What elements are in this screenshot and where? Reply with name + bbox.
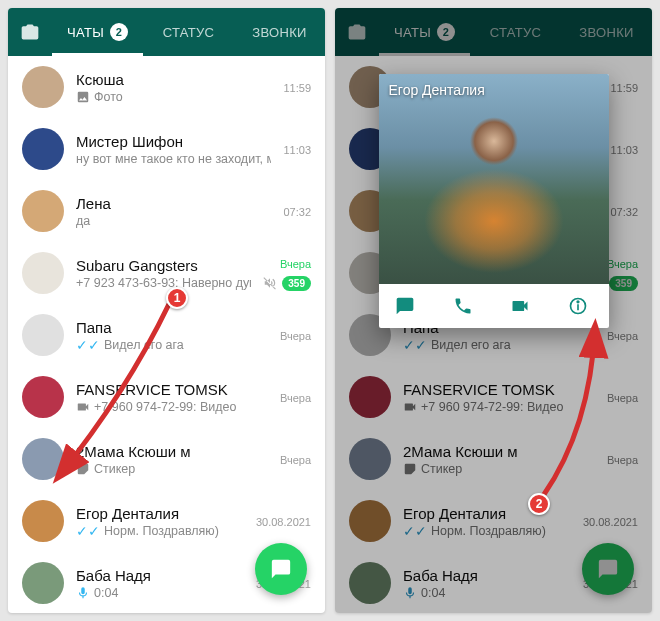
tab-status[interactable]: СТАТУС — [143, 8, 234, 56]
mic-icon — [76, 586, 90, 600]
camera-icon[interactable] — [8, 22, 52, 42]
avatar[interactable] — [22, 66, 64, 108]
app-header: ЧАТЫ 2 СТАТУС ЗВОНКИ — [8, 8, 325, 56]
chat-time: Вчера — [280, 330, 311, 342]
chat-preview-text: ну вот мне такое кто не заходит, мне… — [76, 152, 271, 166]
read-ticks-icon: ✓✓ — [76, 524, 100, 538]
read-ticks-icon: ✓✓ — [76, 338, 100, 352]
chat-name: Лена — [76, 195, 271, 212]
sticker-icon — [76, 462, 90, 476]
avatar[interactable] — [22, 562, 64, 604]
video-icon — [76, 400, 90, 414]
chat-preview-text: +7 960 974-72-99: Видео — [94, 400, 237, 414]
call-icon[interactable] — [453, 296, 477, 316]
chat-time: 11:59 — [283, 82, 311, 94]
chat-preview-text: +7 923 473-63-93: Наверно дума… — [76, 276, 251, 290]
chat-row[interactable]: Лена да 07:32 — [8, 180, 325, 242]
contact-name: Егор Денталия — [389, 82, 485, 98]
message-icon[interactable] — [395, 296, 419, 316]
chat-preview-text: Видел его ага — [104, 338, 184, 352]
unread-badge: 359 — [282, 276, 311, 291]
avatar[interactable] — [22, 252, 64, 294]
chat-name: Баба Надя — [76, 567, 244, 584]
chat-time: 30.08.2021 — [256, 516, 311, 528]
avatar[interactable] — [22, 500, 64, 542]
phone-right: ЧАТЫ 2 СТАТУС ЗВОНКИ Ксюша Фото 11:59 Ми… — [335, 8, 652, 613]
chat-row[interactable]: Мистер Шифон ну вот мне такое кто не зах… — [8, 118, 325, 180]
step-marker-2: 2 — [528, 493, 550, 515]
chat-name: Subaru Gangsters — [76, 257, 251, 274]
chat-name: FANSERVICE TOMSK — [76, 381, 268, 398]
info-icon[interactable] — [568, 296, 592, 316]
tab-chats-label: ЧАТЫ — [67, 25, 104, 40]
chat-row[interactable]: FANSERVICE TOMSK +7 960 974-72-99: Видео… — [8, 366, 325, 428]
chat-time: Вчера — [280, 454, 311, 466]
avatar[interactable] — [22, 376, 64, 418]
muted-icon — [263, 276, 277, 290]
tab-chats[interactable]: ЧАТЫ 2 — [52, 8, 143, 56]
contact-card: Егор Денталия — [379, 74, 609, 328]
chat-time: 11:03 — [283, 144, 311, 156]
chat-row[interactable]: Папа ✓✓Видел его ага Вчера — [8, 304, 325, 366]
video-call-icon[interactable] — [510, 296, 534, 316]
chat-time: 07:32 — [283, 206, 311, 218]
avatar[interactable] — [22, 438, 64, 480]
chat-time: Вчера — [280, 258, 311, 270]
chat-preview-text: Норм. Поздравляю) — [104, 524, 219, 538]
chat-preview-text: Стикер — [94, 462, 135, 476]
chat-name: 2Мама Ксюши м — [76, 443, 268, 460]
step-marker-1: 1 — [166, 287, 188, 309]
tabs: ЧАТЫ 2 СТАТУС ЗВОНКИ — [52, 8, 325, 56]
chat-name: Егор Денталия — [76, 505, 244, 522]
chat-row[interactable]: 2Мама Ксюши м Стикер Вчера — [8, 428, 325, 490]
avatar[interactable] — [22, 314, 64, 356]
chat-name: Папа — [76, 319, 268, 336]
new-chat-fab[interactable] — [255, 543, 307, 595]
contact-actions — [379, 284, 609, 328]
contact-preview-overlay[interactable]: Егор Денталия — [335, 8, 652, 613]
chat-preview-text: Фото — [94, 90, 123, 104]
tab-chats-badge: 2 — [110, 23, 128, 41]
chat-time: Вчера — [280, 392, 311, 404]
photo-icon — [76, 90, 90, 104]
phone-left: ЧАТЫ 2 СТАТУС ЗВОНКИ Ксюша Фото 11:59 Ми… — [8, 8, 325, 613]
chat-name: Мистер Шифон — [76, 133, 271, 150]
chat-name: Ксюша — [76, 71, 271, 88]
chat-preview-text: 0:04 — [94, 586, 118, 600]
avatar[interactable] — [22, 190, 64, 232]
contact-photo[interactable]: Егор Денталия — [379, 74, 609, 284]
chat-list: Ксюша Фото 11:59 Мистер Шифон ну вот мне… — [8, 56, 325, 613]
chat-preview-text: да — [76, 214, 90, 228]
svg-point-2 — [577, 301, 579, 303]
tab-calls[interactable]: ЗВОНКИ — [234, 8, 325, 56]
avatar[interactable] — [22, 128, 64, 170]
chat-row[interactable]: Ксюша Фото 11:59 — [8, 56, 325, 118]
